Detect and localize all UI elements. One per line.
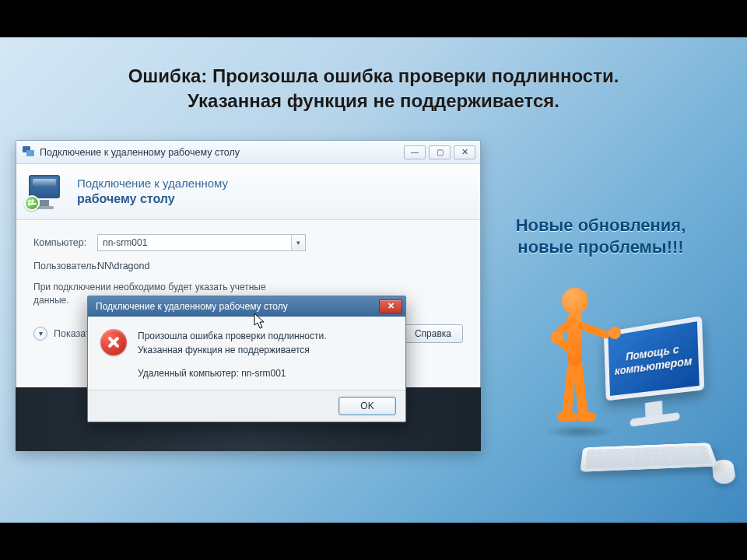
rdp-header-line1: Подключение к удаленному: [77, 177, 228, 191]
close-button[interactable]: ✕: [454, 145, 475, 159]
promo-line2: новые проблемы!!!: [492, 236, 710, 258]
letterbox-bottom: [0, 523, 747, 560]
ok-button[interactable]: OK: [338, 397, 396, 415]
computer-label: Компьютер:: [33, 237, 97, 248]
error-line3: Удаленный компьютер: nn-srm001: [138, 366, 327, 380]
rdp-logo-icon: ⇄: [27, 175, 66, 209]
options-toggle-icon[interactable]: ▾: [33, 327, 47, 341]
maximize-icon: ▢: [437, 148, 444, 156]
window-button-group: — ▢ ✕: [404, 145, 475, 159]
slide-background: Ошибка: Произошла ошибка проверки подлин…: [0, 0, 747, 560]
user-value: NN\dragond: [97, 261, 149, 271]
hint-line1: При подключении необходимо будет указать…: [33, 281, 463, 294]
maximize-button[interactable]: ▢: [429, 145, 451, 159]
rdp-titlebar[interactable]: Подключение к удаленному рабочему столу …: [16, 141, 480, 164]
error-line2: Указанная функция не поддерживается: [138, 343, 327, 357]
help-button[interactable]: Справка: [403, 324, 463, 343]
error-close-button[interactable]: ✕: [379, 299, 402, 313]
headline: Ошибка: Произошла ошибка проверки подлин…: [0, 64, 747, 114]
headline-line1: Ошибка: Произошла ошибка проверки подлин…: [0, 64, 747, 89]
error-dialog: Подключение к удаленному рабочему столу …: [87, 296, 406, 422]
error-message: Произошла ошибка проверки подлинности. У…: [138, 329, 327, 380]
promo-line1: Новые обновления,: [492, 215, 710, 236]
error-title-text: Подключение к удаленному рабочему столу: [96, 301, 288, 312]
rdp-title-text: Подключение к удаленному рабочему столу: [40, 147, 240, 158]
promo-headline: Новые обновления, новые проблемы!!!: [492, 215, 710, 257]
rdp-header: ⇄ Подключение к удаленному рабочему стол…: [16, 164, 480, 220]
user-row: Пользователь: NN\dragond: [33, 261, 463, 271]
user-label: Пользователь:: [33, 261, 97, 271]
error-icon: [100, 329, 127, 355]
error-titlebar[interactable]: Подключение к удаленному рабочему столу …: [88, 296, 405, 317]
close-icon: ✕: [461, 147, 468, 157]
computer-row: Компьютер: ▾: [33, 234, 463, 251]
error-body: Произошла ошибка проверки подлинности. У…: [88, 317, 405, 390]
computer-dropdown-icon[interactable]: ▾: [291, 235, 305, 250]
error-footer: OK: [88, 390, 405, 422]
minimize-button[interactable]: —: [404, 145, 426, 159]
mascot-figure: [529, 288, 622, 451]
error-line1: Произошла ошибка проверки подлинности.: [138, 329, 327, 343]
computer-input[interactable]: [98, 237, 291, 248]
close-icon: ✕: [388, 301, 395, 311]
rdp-title-icon: [23, 146, 35, 159]
headline-line2: Указанная функция не поддерживается.: [0, 89, 747, 114]
minimize-icon: —: [411, 148, 419, 156]
letterbox-top: [0, 0, 747, 37]
rdp-header-line2: рабочему столу: [77, 191, 228, 207]
computer-combobox[interactable]: ▾: [97, 234, 306, 251]
rdp-header-text: Подключение к удаленному рабочему столу: [77, 177, 228, 207]
